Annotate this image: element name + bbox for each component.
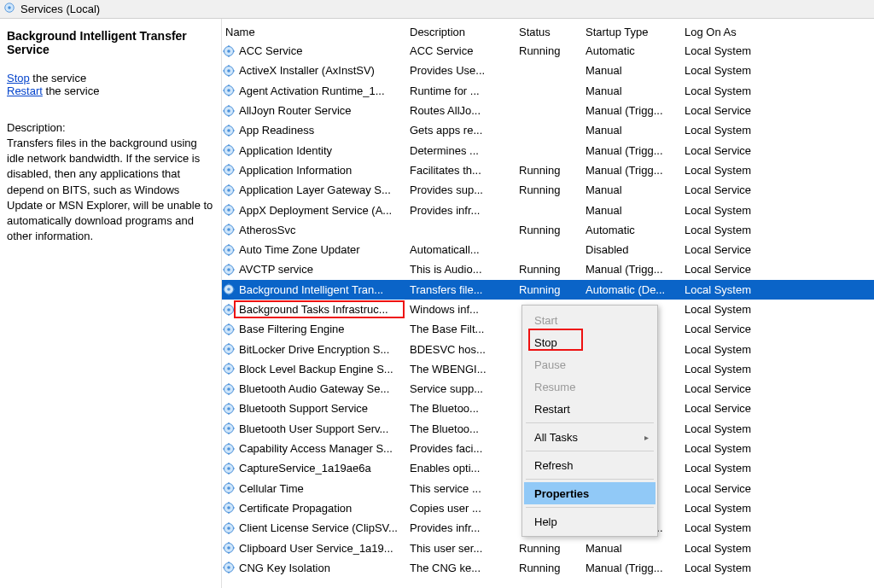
col-description[interactable]: Description <box>410 26 519 38</box>
service-startup: Manual <box>586 183 685 196</box>
svg-point-153 <box>227 546 230 550</box>
gear-icon <box>222 382 236 396</box>
service-description: Windows inf... <box>410 303 519 316</box>
service-logon: Local System <box>685 422 787 435</box>
gear-icon <box>222 263 236 277</box>
service-logon: Local System <box>685 164 787 177</box>
menu-all-tasks[interactable]: All Tasks ▸ <box>524 426 656 448</box>
service-name: Block Level Backup Engine S... <box>239 363 393 376</box>
menu-refresh[interactable]: Refresh <box>524 454 656 476</box>
panel-header: Services (Local) <box>0 0 874 19</box>
service-row[interactable]: Application IdentityDetermines ...Manual… <box>222 140 874 160</box>
gear-icon <box>222 462 236 475</box>
service-startup: Manual (Trigg... <box>586 263 685 276</box>
service-name: Application Identity <box>239 144 332 157</box>
service-name: ACC Service <box>239 44 302 57</box>
service-description: The WBENGI... <box>410 363 519 376</box>
restart-link[interactable]: Restart <box>7 84 43 97</box>
service-startup: Manual (Trigg... <box>586 104 685 117</box>
service-name: AVCTP service <box>239 263 313 276</box>
service-status: Running <box>519 542 586 555</box>
service-logon: Local System <box>685 283 787 296</box>
service-startup: Manual <box>586 64 685 77</box>
gear-icon <box>222 163 236 177</box>
service-logon: Local Service <box>685 243 787 256</box>
service-row[interactable]: Application Layer Gateway S...Provides s… <box>222 180 874 200</box>
service-status: Running <box>519 224 586 236</box>
service-row[interactable]: App ReadinessGets apps re...ManualLocal … <box>222 120 874 140</box>
svg-point-45 <box>227 189 230 192</box>
service-name: Cellular Time <box>239 482 304 495</box>
service-startup: Manual <box>586 204 685 217</box>
selected-service-title: Background Intelligent Transfer Service <box>7 29 214 56</box>
services-list: Name Description Status Startup Type Log… <box>222 19 874 588</box>
service-logon: Local System <box>685 204 787 217</box>
service-logon: Local Service <box>685 104 787 117</box>
svg-point-69 <box>227 268 230 271</box>
service-name: Background Tasks Infrastruc... <box>239 303 388 316</box>
gear-icon <box>222 481 236 495</box>
gear-icon <box>222 243 236 257</box>
service-description: Enables opti... <box>410 462 519 474</box>
service-row[interactable]: Auto Time Zone UpdaterAutomaticall...Dis… <box>222 240 874 259</box>
service-row[interactable]: AtherosSvcRunningAutomaticLocal System <box>222 220 874 240</box>
service-status: Running <box>519 164 586 177</box>
service-row[interactable]: CNG Key IsolationThe CNG ke...RunningMan… <box>222 558 874 578</box>
menu-restart[interactable]: Restart <box>524 398 656 420</box>
service-description: BDESVC hos... <box>410 343 519 356</box>
service-row[interactable]: AllJoyn Router ServiceRoutes AllJo...Man… <box>222 101 874 120</box>
gear-icon <box>222 104 236 118</box>
service-logon: Local Service <box>685 382 787 395</box>
service-row[interactable]: AVCTP serviceThis is Audio...RunningManu… <box>222 259 874 279</box>
service-logon: Local System <box>685 84 787 97</box>
col-status[interactable]: Status <box>519 26 586 38</box>
gear-icon <box>222 323 236 336</box>
service-startup: Automatic (De... <box>586 283 685 296</box>
gear-icon <box>222 342 236 356</box>
service-status: Running <box>519 283 586 296</box>
service-startup: Manual <box>586 542 685 555</box>
description-body: Transfers files in the background using … <box>7 136 214 244</box>
service-logon: Local System <box>685 502 787 515</box>
svg-point-123 <box>227 447 230 451</box>
service-status: Running <box>519 44 586 57</box>
column-headers[interactable]: Name Description Status Startup Type Log… <box>222 19 874 41</box>
service-description: Provides Use... <box>410 64 519 77</box>
service-row[interactable]: Application InformationFacilitates th...… <box>222 160 874 180</box>
col-name[interactable]: Name <box>222 26 410 38</box>
gear-icon <box>222 561 236 574</box>
gear-icon <box>222 143 236 157</box>
service-row[interactable]: Background Intelligent Tran...Transfers … <box>222 280 874 300</box>
gear-icon <box>222 501 236 515</box>
service-row[interactable]: AppX Deployment Service (A...Provides in… <box>222 200 874 219</box>
col-startup[interactable]: Startup Type <box>586 26 685 38</box>
col-logon[interactable]: Log On As <box>685 26 787 38</box>
service-startup: Manual (Trigg... <box>586 164 685 177</box>
menu-separator <box>526 479 654 480</box>
gear-icon <box>222 282 236 296</box>
gear-icon <box>222 303 236 317</box>
menu-help[interactable]: Help <box>524 510 656 533</box>
menu-separator <box>526 451 654 451</box>
svg-point-33 <box>227 148 230 152</box>
svg-point-3 <box>227 49 230 53</box>
service-description: Automaticall... <box>410 243 519 256</box>
service-startup: Manual <box>586 84 685 97</box>
menu-properties[interactable]: Properties <box>524 482 656 504</box>
detail-panel: Background Intelligent Transfer Service … <box>0 19 222 588</box>
service-row[interactable]: Agent Activation Runtime_1...Runtime for… <box>222 81 874 101</box>
stop-link[interactable]: Stop <box>7 72 30 84</box>
service-logon: Local System <box>685 363 787 376</box>
service-logon: Local System <box>685 442 787 455</box>
submenu-arrow-icon: ▸ <box>644 433 649 442</box>
service-row[interactable]: ActiveX Installer (AxInstSV)Provides Use… <box>222 61 874 80</box>
service-logon: Local System <box>685 521 787 534</box>
svg-point-57 <box>227 229 230 232</box>
service-row[interactable]: Clipboard User Service_1a19...This user … <box>222 538 874 557</box>
service-row[interactable]: ACC ServiceACC ServiceRunningAutomaticLo… <box>222 41 874 61</box>
service-description: Transfers file... <box>410 283 519 296</box>
menu-stop[interactable]: Stop <box>524 331 656 353</box>
svg-point-99 <box>227 368 230 371</box>
gear-icon <box>222 44 236 58</box>
service-logon: Local System <box>685 124 787 137</box>
